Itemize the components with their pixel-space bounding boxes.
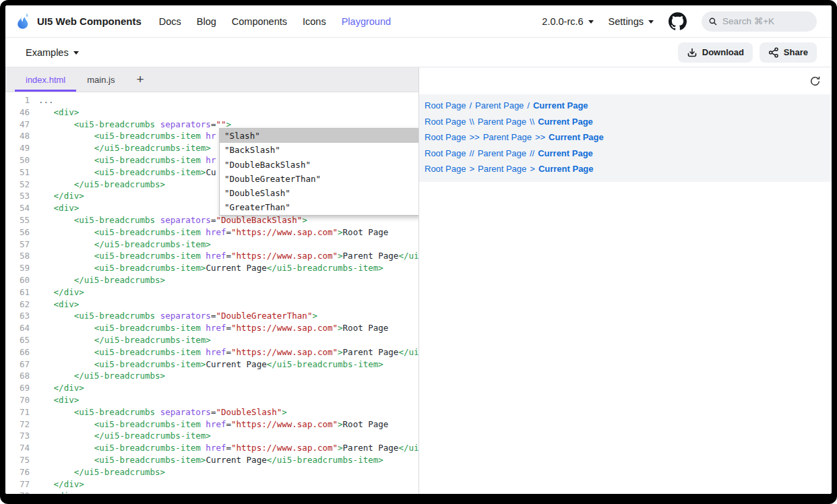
- breadcrumb-separator: /: [469, 100, 472, 111]
- version-dropdown[interactable]: 2.0.0-rc.6: [542, 16, 593, 27]
- header-right-group: 2.0.0-rc.6 Settings: [542, 11, 817, 32]
- line-number: 57: [5, 239, 30, 251]
- code-line[interactable]: 62 <div>: [5, 298, 418, 311]
- code-editor-pane: index.html main.js + 1...46 <div>47 <ui5…: [5, 67, 419, 494]
- code-line[interactable]: 72 <ui5-breadcrumbs-item href="https://w…: [5, 418, 418, 431]
- breadcrumb-link[interactable]: Root Page: [425, 132, 466, 142]
- code-line[interactable]: 76 </ui5-breadcrumbs>: [5, 466, 418, 478]
- breadcrumb-link[interactable]: Root Page: [425, 100, 466, 111]
- code-text: <ui5-breadcrumbs separators="">: [38, 119, 231, 131]
- line-number: 67: [5, 358, 30, 371]
- code-line[interactable]: 70 <div>: [5, 394, 418, 406]
- code-line[interactable]: 55 <ui5-breadcrumbs separators="DoubleBa…: [5, 214, 418, 226]
- code-line[interactable]: 74 <ui5-breadcrumbs-item href="https://w…: [5, 442, 418, 454]
- code-text: <div>: [38, 394, 79, 406]
- code-line[interactable]: 69 </div>: [5, 382, 418, 394]
- code-text: <ui5-breadcrumbs-item>Current Page</ui5-…: [38, 262, 383, 274]
- search-input[interactable]: [722, 16, 809, 26]
- code-line[interactable]: 67 <ui5-breadcrumbs-item>Current Page</u…: [5, 358, 418, 371]
- line-number: 58: [5, 250, 30, 262]
- breadcrumb-separator: /: [527, 100, 530, 111]
- code-line[interactable]: 63 <ui5-breadcrumbs separators="DoubleGr…: [5, 310, 418, 322]
- breadcrumb-link[interactable]: Root Page: [425, 148, 466, 158]
- breadcrumb-separator: \\: [469, 117, 474, 127]
- code-text: <div>: [38, 490, 79, 494]
- code-line[interactable]: 59 <ui5-breadcrumbs-item>Current Page</u…: [5, 262, 418, 274]
- share-label: Share: [784, 47, 808, 57]
- breadcrumb-current-page: Current Page: [549, 132, 604, 142]
- code-line[interactable]: 66 <ui5-breadcrumbs-item href="https://w…: [5, 346, 418, 358]
- code-text: </div>: [38, 286, 84, 298]
- code-line[interactable]: 68 </ui5-breadcrumbs>: [5, 370, 418, 382]
- code-line[interactable]: 77 </div>: [5, 478, 418, 491]
- code-text: <ui5-breadcrumbs-item href="https://www.…: [38, 250, 418, 262]
- breadcrumb-trail: Root Page//Parent Page//Current Page: [425, 146, 826, 162]
- breadcrumb-link[interactable]: Parent Page: [478, 164, 526, 174]
- breadcrumb-link[interactable]: Root Page: [425, 117, 466, 127]
- breadcrumb-link[interactable]: Parent Page: [475, 100, 524, 111]
- examples-dropdown[interactable]: Examples: [26, 47, 79, 58]
- download-label: Download: [702, 47, 744, 57]
- code-line[interactable]: 78 <div>: [5, 490, 418, 494]
- line-number: 51: [5, 166, 30, 179]
- settings-dropdown[interactable]: Settings: [609, 16, 654, 27]
- line-number: 61: [5, 286, 30, 298]
- code-line[interactable]: 75 <ui5-breadcrumbs-item>Current Page</u…: [5, 454, 418, 466]
- code-line[interactable]: 73 </ui5-breadcrumbs-item>: [5, 430, 418, 442]
- code-line[interactable]: 60 </ui5-breadcrumbs>: [5, 274, 418, 286]
- code-text: <ui5-breadcrumbs-item href="https://www.…: [38, 226, 388, 239]
- code-editor[interactable]: 1...46 <div>47 <ui5-breadcrumbs separato…: [5, 92, 418, 494]
- code-line[interactable]: 56 <ui5-breadcrumbs-item href="https://w…: [5, 226, 418, 239]
- autocomplete-option[interactable]: "DoubleSlash": [220, 186, 418, 200]
- tab-index-html[interactable]: index.html: [15, 67, 76, 92]
- breadcrumb-link[interactable]: Parent Page: [478, 117, 526, 127]
- autocomplete-option[interactable]: "Slash": [220, 129, 418, 143]
- code-text: </ui5-breadcrumbs-item>: [38, 334, 211, 346]
- breadcrumb-link[interactable]: Parent Page: [483, 132, 532, 142]
- autocomplete-option[interactable]: "DoubleBackSlash": [220, 158, 418, 172]
- line-number: 73: [5, 430, 30, 442]
- ui5-flame-icon[interactable]: [13, 11, 32, 32]
- search-box[interactable]: [702, 11, 817, 32]
- line-number: 47: [5, 119, 30, 131]
- nav-link-blog[interactable]: Blog: [197, 16, 216, 27]
- code-line[interactable]: 57 </ui5-breadcrumbs-item>: [5, 239, 418, 251]
- share-button[interactable]: Share: [760, 42, 817, 63]
- code-line[interactable]: 61 </div>: [5, 286, 418, 298]
- code-line[interactable]: 64 <ui5-breadcrumbs-item href="https://w…: [5, 322, 418, 334]
- app-window: UI5 Web Components Docs Blog Components …: [5, 5, 832, 494]
- line-number: 46: [5, 106, 30, 119]
- github-icon[interactable]: [669, 12, 687, 30]
- nav-link-playground[interactable]: Playground: [342, 16, 391, 27]
- brand-title[interactable]: UI5 Web Components: [37, 15, 142, 27]
- code-text: <ui5-breadcrumbs separators="DoubleGreat…: [38, 310, 317, 322]
- download-button[interactable]: Download: [678, 42, 753, 63]
- line-number: 74: [5, 442, 30, 454]
- line-number: 71: [5, 406, 30, 418]
- code-text: </div>: [38, 478, 84, 491]
- breadcrumb-link[interactable]: Parent Page: [478, 148, 526, 158]
- code-text: <ui5-breadcrumbs separators="DoubleSlash…: [38, 406, 287, 418]
- nav-link-docs[interactable]: Docs: [159, 16, 181, 27]
- autocomplete-option[interactable]: "DoubleGreaterThan": [220, 172, 418, 186]
- code-text: </ui5-breadcrumbs>: [38, 274, 165, 286]
- code-line[interactable]: 58 <ui5-breadcrumbs-item href="https://w…: [5, 250, 418, 262]
- code-line[interactable]: 46 <div>: [5, 106, 418, 119]
- code-text: </div>: [38, 190, 84, 202]
- tab-main-js[interactable]: main.js: [76, 67, 125, 92]
- autocomplete-option[interactable]: "BackSlash": [220, 143, 418, 157]
- refresh-icon[interactable]: [809, 75, 821, 87]
- breadcrumb-current-page: Current Page: [533, 100, 588, 111]
- code-line[interactable]: 65 </ui5-breadcrumbs-item>: [5, 334, 418, 346]
- add-tab-button[interactable]: +: [128, 67, 152, 92]
- code-line[interactable]: 71 <ui5-breadcrumbs separators="DoubleSl…: [5, 406, 418, 418]
- breadcrumb-link[interactable]: Root Page: [425, 164, 466, 174]
- nav-link-components[interactable]: Components: [232, 16, 287, 27]
- line-number: 50: [5, 154, 30, 166]
- breadcrumb-trail: Root Page/Parent Page/Current Page: [425, 98, 826, 114]
- nav-link-icons[interactable]: Icons: [303, 16, 326, 27]
- line-number: 65: [5, 334, 30, 346]
- line-number: 49: [5, 142, 30, 154]
- autocomplete-option[interactable]: "GreaterThan": [220, 200, 418, 214]
- code-line[interactable]: 1...: [5, 94, 418, 106]
